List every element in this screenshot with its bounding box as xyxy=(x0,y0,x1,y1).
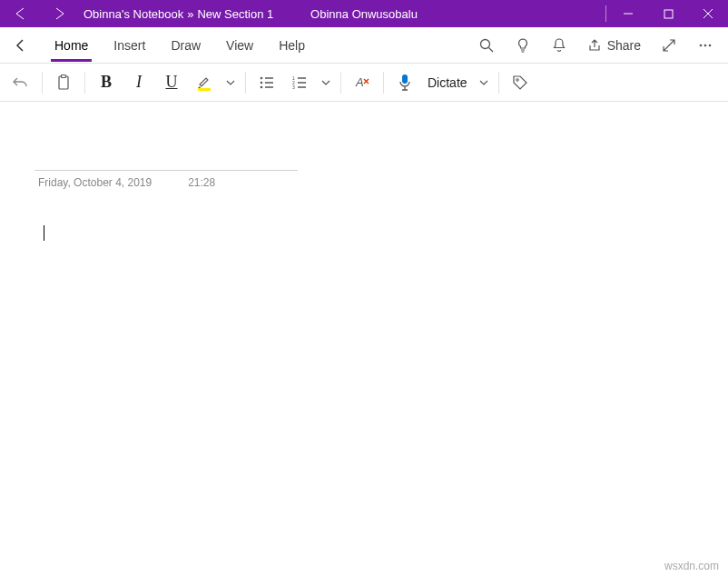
separator xyxy=(383,72,384,94)
dictate-button[interactable]: Dictate xyxy=(422,67,473,98)
search-icon xyxy=(478,37,495,54)
ribbon-tab-row: Home Insert Draw View Help Share xyxy=(0,27,728,64)
clear-format-icon: A xyxy=(353,74,371,92)
separator xyxy=(84,72,85,94)
svg-point-4 xyxy=(709,44,712,46)
lightbulb-icon xyxy=(515,37,531,54)
svg-point-1 xyxy=(480,39,489,48)
titlebar-separator xyxy=(605,5,606,22)
svg-text:3: 3 xyxy=(292,84,295,90)
bold-button[interactable]: B xyxy=(91,67,122,98)
dictate-dropdown[interactable] xyxy=(475,67,493,98)
chevron-down-icon xyxy=(320,77,331,88)
tag-icon xyxy=(511,74,529,92)
underline-button[interactable]: U xyxy=(156,67,187,98)
ribbon-toolbar: B I U 123 A Dictate xyxy=(0,64,728,102)
page-title-input[interactable] xyxy=(34,138,298,171)
tag-button[interactable] xyxy=(505,67,536,98)
svg-point-9 xyxy=(261,81,263,84)
title-breadcrumb[interactable]: Obinna's Notebook » New Section 1 xyxy=(80,7,273,21)
svg-point-2 xyxy=(700,44,703,46)
italic-button[interactable]: I xyxy=(123,67,154,98)
user-name[interactable]: Obinna Onwusobalu xyxy=(310,7,418,21)
bullet-list-button[interactable] xyxy=(251,67,282,98)
bell-icon xyxy=(551,37,567,54)
svg-point-3 xyxy=(704,44,707,46)
title-bar: Obinna's Notebook » New Section 1 Obinna… xyxy=(0,0,728,27)
separator xyxy=(340,72,341,94)
search-button[interactable] xyxy=(471,27,502,64)
watermark: wsxdn.com xyxy=(664,560,719,572)
fullscreen-button[interactable] xyxy=(654,27,684,64)
notebook-name: Obinna's Notebook xyxy=(84,7,183,21)
page-back-button[interactable] xyxy=(4,27,36,64)
svg-rect-15 xyxy=(402,74,408,84)
share-icon xyxy=(587,38,602,53)
tab-help[interactable]: Help xyxy=(266,27,318,64)
numbered-list-button[interactable]: 123 xyxy=(284,67,315,98)
list-more-dropdown[interactable] xyxy=(317,67,335,98)
svg-point-16 xyxy=(516,78,518,81)
bullet-list-icon xyxy=(259,74,275,91)
tab-home[interactable]: Home xyxy=(42,27,101,64)
svg-point-10 xyxy=(261,85,263,88)
lightbulb-button[interactable] xyxy=(507,27,538,64)
page-time: 21:28 xyxy=(188,176,215,189)
separator xyxy=(498,72,499,94)
undo-button[interactable] xyxy=(5,67,36,98)
note-page[interactable]: Friday, October 4, 2019 21:28 xyxy=(0,102,728,281)
separator xyxy=(42,72,43,94)
numbered-list-icon: 123 xyxy=(291,74,308,91)
microphone-icon xyxy=(397,73,413,93)
nav-back-button[interactable] xyxy=(0,0,40,27)
window-close-button[interactable] xyxy=(688,0,728,27)
clear-formatting-button[interactable]: A xyxy=(347,67,378,98)
svg-point-8 xyxy=(261,76,263,79)
highlight-button[interactable] xyxy=(189,67,220,98)
font-more-dropdown[interactable] xyxy=(221,67,240,98)
text-cursor xyxy=(44,225,44,241)
svg-text:A: A xyxy=(355,75,364,89)
highlight-icon xyxy=(194,73,214,93)
chevron-down-icon xyxy=(225,77,236,88)
ellipsis-icon xyxy=(698,38,713,53)
nav-forward-button[interactable] xyxy=(40,0,80,27)
clipboard-button[interactable] xyxy=(48,67,79,98)
svg-rect-0 xyxy=(664,10,673,18)
notifications-button[interactable] xyxy=(544,27,575,64)
underline-icon: U xyxy=(166,73,178,92)
clipboard-icon xyxy=(54,74,73,92)
chevron-down-icon xyxy=(478,77,489,88)
tab-insert[interactable]: Insert xyxy=(101,27,158,64)
expand-icon xyxy=(662,38,676,53)
window-minimize-button[interactable] xyxy=(608,0,648,27)
tab-draw[interactable]: Draw xyxy=(158,27,213,64)
undo-icon xyxy=(12,74,30,92)
svg-rect-6 xyxy=(62,74,66,77)
page-date: Friday, October 4, 2019 xyxy=(38,176,152,189)
breadcrumb-separator: » xyxy=(187,7,193,21)
share-button[interactable]: Share xyxy=(580,27,648,64)
note-body[interactable] xyxy=(44,225,703,244)
tab-view[interactable]: View xyxy=(213,27,266,64)
separator xyxy=(245,72,246,94)
more-button[interactable] xyxy=(690,27,721,64)
svg-rect-7 xyxy=(198,88,211,91)
section-name: New Section 1 xyxy=(197,7,273,21)
window-maximize-button[interactable] xyxy=(648,0,688,27)
dictate-mic-button[interactable] xyxy=(389,67,420,98)
